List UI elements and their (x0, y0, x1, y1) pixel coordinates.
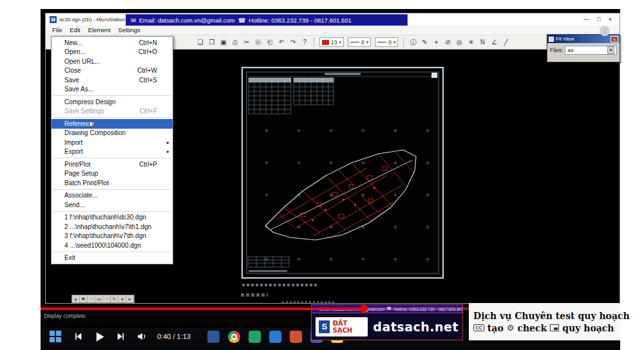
file-menu-item[interactable]: Compress Design (52, 97, 173, 107)
file-menu-item[interactable]: Print/PlotCtrl+P (52, 160, 173, 169)
file-menu-item-label: Send... (64, 201, 85, 208)
file-menu-item[interactable]: Open...Ctrl+O (52, 48, 173, 57)
file-menu-item-label: Batch Print/Plot (64, 180, 109, 187)
file-menu-item[interactable]: Batch Print/Plot (52, 178, 173, 188)
target-icon[interactable]: ◎ (454, 37, 464, 48)
file-menu-item[interactable]: Associate... (52, 191, 173, 201)
pen-icon[interactable]: ✎ (419, 37, 430, 48)
rotate-view-icon[interactable]: ↻ (111, 295, 118, 302)
measure-icon[interactable]: ⌖ (431, 37, 441, 48)
snap-icon[interactable]: ✳ (466, 37, 476, 48)
seek-played (41, 308, 364, 310)
menu-element[interactable]: Element (84, 26, 115, 33)
powerpoint-icon[interactable] (290, 331, 302, 343)
color-picker[interactable]: 13 ▾ (319, 37, 344, 47)
menu-settings[interactable]: Settings (115, 26, 144, 33)
active-color-swatch (322, 40, 329, 45)
file-menu-item[interactable]: Exit (52, 253, 173, 263)
banner-email: Email: datsach.com.vn@gmail.com (139, 17, 235, 24)
open-file-icon[interactable]: ❒ (207, 37, 217, 48)
file-menu-item-label: 4 ...\seed1000\104000.dgn (64, 242, 141, 249)
copy-icon[interactable]: ⎘ (253, 37, 263, 48)
line-weight-value: 0 (388, 39, 392, 46)
previous-icon (73, 331, 83, 342)
ad-word: tạo (488, 323, 504, 333)
line-style-picker[interactable]: 0 ▾ (348, 37, 371, 47)
menu-file[interactable]: File (48, 26, 66, 33)
play-button[interactable] (93, 331, 106, 343)
file-menu-item-label: Page Setup (64, 170, 98, 177)
line-weight-sample (377, 42, 386, 42)
fit-view-titlebar[interactable]: Fit View × (547, 35, 620, 43)
file-menu-item[interactable]: CloseCtrl+W (52, 66, 173, 76)
subtitles-icon[interactable]: CC (473, 324, 484, 331)
file-menu-item[interactable]: 1 f:\nhap\thuchanh\dc30.dgn (52, 213, 173, 223)
help-icon[interactable]: ? (299, 37, 310, 48)
window-controls: — □ × (583, 16, 616, 23)
file-menu-item[interactable]: Send... (52, 200, 173, 210)
edge-icon[interactable] (207, 331, 220, 343)
tool-icon[interactable]: ╱ (500, 37, 511, 48)
menu-shortcut: Ctrl+O (138, 48, 166, 55)
file-menu-item[interactable]: Open URL... (52, 57, 173, 66)
chevron-down-icon: ▼ (607, 46, 614, 54)
files-dropdown[interactable]: All ▼ (565, 46, 617, 55)
windows-start-icon[interactable] (50, 331, 61, 342)
ad-line1: Dịch vụ Chuyên test quy hoạch (473, 311, 616, 321)
paste-icon[interactable]: ⎗ (265, 37, 275, 48)
north-icon[interactable]: N (477, 37, 488, 48)
zoom-in-icon[interactable]: ✚ (80, 295, 88, 302)
video-player[interactable]: M dc30.dgn (2D) - MicroStation S — □ × F… (41, 9, 620, 350)
info-icon[interactable]: ⓘ (408, 37, 418, 48)
file-menu-item[interactable]: Import▸ (52, 138, 173, 147)
file-menu-item[interactable]: Page Setup (52, 169, 173, 179)
miniplayer-icon[interactable] (550, 324, 559, 331)
file-menu-item[interactable]: 4 ...\seed1000\104000.dgn (52, 241, 173, 250)
chrome-icon[interactable] (228, 331, 240, 343)
view-attributes-icon[interactable]: ▴ (72, 295, 80, 302)
minimize-button[interactable]: — (583, 16, 589, 23)
fit-view-icon[interactable]: ◔ (103, 295, 111, 302)
maximize-button[interactable]: □ (597, 16, 600, 23)
new-file-icon[interactable]: ❏ (195, 37, 205, 48)
pan-right-icon[interactable]: ▸ (126, 295, 134, 302)
toolbar-separator (403, 37, 404, 47)
zoom-out-icon[interactable]: − (88, 295, 95, 302)
file-menu-item[interactable]: Export▸ (52, 147, 173, 157)
file-menu-item[interactable]: SaveCtrl+S (52, 75, 173, 85)
more-options-button[interactable]: ⋮ (600, 26, 610, 36)
close-button[interactable]: × (609, 16, 612, 23)
word-icon[interactable] (269, 331, 281, 343)
file-menu-item[interactable]: Reference (52, 119, 173, 129)
angle-icon[interactable]: ∠ (489, 37, 499, 48)
close-icon[interactable]: × (611, 36, 618, 42)
microstation-app-icon: M (50, 16, 57, 23)
save-icon[interactable]: ▣ (218, 37, 229, 48)
volume-button[interactable] (137, 331, 148, 342)
file-menu-item[interactable]: 3 f:\nhap\thuchanh\v7\th.dgn (52, 232, 173, 241)
window-area-icon[interactable]: ▭ (95, 295, 103, 302)
email-icon: ✉ (131, 17, 136, 24)
submenu-arrow-icon: ▸ (167, 140, 169, 145)
cut-icon[interactable]: ✂ (242, 37, 252, 48)
file-menu-item[interactable]: Drawing Composition (52, 129, 173, 138)
file-menu-item[interactable]: 2 ...\nhap\thuchanh\v7\th1.dgn (52, 222, 173, 232)
settings-gear-icon[interactable]: ⚙ (507, 323, 515, 333)
next-button[interactable] (116, 331, 126, 342)
pan-left-icon[interactable]: ◂ (118, 295, 126, 302)
menu-separator (53, 158, 171, 158)
no-snap-icon[interactable]: ⊘ (442, 37, 453, 48)
phone-icon: ☎ (238, 17, 245, 24)
file-menu-item[interactable]: Save As... (52, 85, 173, 95)
print-icon[interactable]: ⎙ (230, 37, 240, 48)
previous-button[interactable] (73, 331, 83, 342)
line-weight-picker[interactable]: 0 ▾ (375, 37, 398, 47)
file-menu-item[interactable]: New...Ctrl+N (52, 38, 173, 48)
excel-icon[interactable] (249, 331, 261, 343)
redo-icon[interactable]: ↷ (288, 37, 298, 48)
seek-handle[interactable] (360, 305, 368, 313)
menu-edit[interactable]: Edit (66, 26, 84, 33)
undo-icon[interactable]: ↶ (276, 37, 287, 48)
chevron-down-icon: ▾ (393, 40, 396, 45)
file-menu-item[interactable]: Save SettingsCtrl+F (52, 107, 173, 116)
